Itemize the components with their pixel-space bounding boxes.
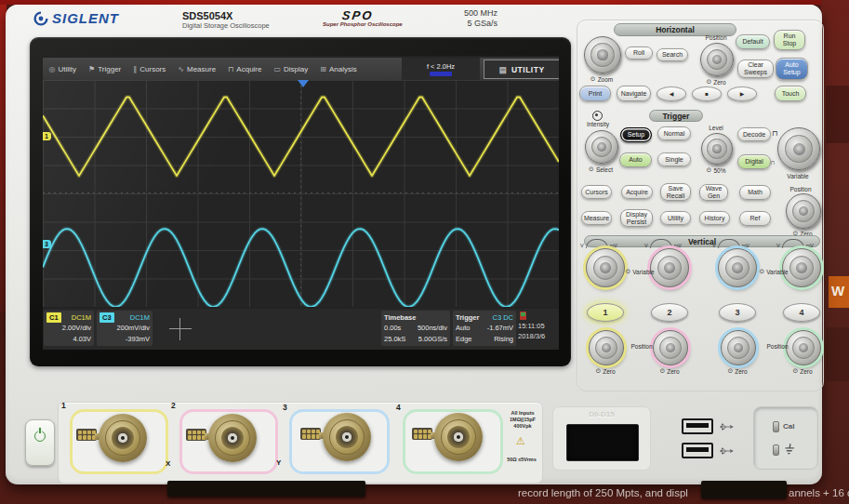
- menu-analysis[interactable]: ⊞Analysis: [314, 58, 364, 80]
- channel-1-button[interactable]: 1: [587, 303, 624, 322]
- ch1-status-box[interactable]: C1DC1M 2.00V/div 4.03V: [44, 311, 94, 346]
- search-button[interactable]: Search: [657, 48, 688, 61]
- trigger-position-marker[interactable]: [298, 80, 309, 87]
- save-recall-button[interactable]: SaveRecall: [660, 183, 691, 201]
- intensity-select-knob[interactable]: [585, 130, 618, 164]
- ground-icon: [784, 443, 797, 456]
- trigger-normal-button[interactable]: Normal: [657, 126, 691, 140]
- timebase-scale: 500ns/div: [418, 323, 447, 333]
- timebase-label: Timebase: [384, 312, 416, 323]
- horizontal-scale-knob[interactable]: [584, 36, 621, 73]
- utility-button[interactable]: Utility: [660, 211, 691, 225]
- trigger-setup-button[interactable]: Setup: [620, 127, 652, 142]
- bnc1-connector: [76, 414, 147, 462]
- clear-sweeps-button[interactable]: ClearSweeps: [737, 60, 774, 78]
- vertical-position-label-right: Position: [757, 343, 798, 350]
- functions-position-label: Position: [781, 186, 820, 192]
- menu-display[interactable]: ▭Display: [268, 58, 314, 80]
- trigger-label: Trigger: [456, 312, 479, 323]
- decode-button[interactable]: Decode: [737, 127, 771, 141]
- utility-screen-button[interactable]: ▤ UTILITY: [484, 60, 559, 79]
- acquire-button[interactable]: Acquire: [621, 185, 653, 199]
- vertical-position-label-left: Position: [621, 343, 662, 350]
- digital-button[interactable]: Digital: [737, 154, 771, 169]
- menu-measure[interactable]: ∿Measure: [172, 58, 222, 80]
- digital-input-plate: D0-D15: [552, 406, 651, 471]
- channel-3-button[interactable]: 3: [719, 303, 756, 322]
- channel-4-button[interactable]: 4: [783, 303, 820, 322]
- ch1-scale: 2.00V/div: [62, 323, 91, 333]
- print-button[interactable]: Print: [579, 86, 611, 101]
- cal-pin: [773, 421, 779, 432]
- functions-position-knob[interactable]: [786, 193, 821, 229]
- horizontal-zero-label: ⊙Zero: [694, 78, 738, 86]
- navigate-back-button[interactable]: ◀: [657, 86, 686, 101]
- trigger-auto-button[interactable]: Auto: [619, 153, 652, 167]
- measure-button[interactable]: Measure: [581, 211, 612, 225]
- push-icon: ⊙: [659, 367, 665, 375]
- wave-gen-button[interactable]: WaveGen: [699, 184, 728, 201]
- power-icon: [34, 431, 46, 442]
- trigger-level: -1.67mV: [487, 323, 513, 333]
- menu-trigger[interactable]: ⚑Trigger: [83, 58, 127, 80]
- probe-sense-contacts: [412, 428, 432, 440]
- analysis-icon: ⊞: [320, 65, 326, 73]
- cursors-icon: ∥: [133, 65, 137, 73]
- trigger-single-button[interactable]: Single: [657, 153, 691, 166]
- usb-icon: [720, 421, 735, 432]
- default-button[interactable]: Default: [736, 34, 770, 49]
- run-stop-button[interactable]: RunStop: [774, 30, 805, 50]
- oscilloscope-product-view: W SIGLENT SDS5054X Digital Storage Oscil…: [0, 0, 849, 504]
- horizontal-zoom-label: ⊙Zoom: [577, 75, 626, 83]
- waveform-intensity-knob[interactable]: [777, 127, 820, 170]
- power-button[interactable]: [25, 419, 55, 466]
- navigate-stop-button[interactable]: ■: [692, 86, 722, 101]
- specs-block: 500 MHz 5 GSa/s: [423, 8, 497, 29]
- digital-input-connector: [566, 424, 639, 461]
- touch-button[interactable]: Touch: [775, 86, 806, 101]
- ch3-badge: C3: [99, 312, 114, 323]
- trigger-level-label: Level: [700, 125, 732, 131]
- crosshair-icon: [169, 318, 192, 340]
- trigger-source: C3 DC: [492, 312, 513, 323]
- display-persist-button[interactable]: DisplayPersist: [620, 209, 653, 227]
- navigate-forward-button[interactable]: ▶: [727, 86, 757, 101]
- timebase-rate: 5.00GS/s: [418, 334, 447, 344]
- ch1-level-marker[interactable]: 1: [43, 132, 51, 140]
- trigger-mode: Auto: [456, 323, 470, 333]
- menu-utility[interactable]: ◎Utility: [43, 58, 83, 80]
- bnc1-number: 1: [61, 401, 66, 410]
- menu-acquire[interactable]: ⊓Acquire: [222, 58, 268, 80]
- usb-port-1: [682, 418, 713, 434]
- variable-label-left: ⊙Variable: [619, 268, 660, 275]
- trigger-section-header: Trigger: [649, 110, 703, 122]
- ch1-position-knob[interactable]: [589, 330, 624, 365]
- ch3-scale-knob[interactable]: [718, 248, 757, 287]
- history-button[interactable]: History: [699, 211, 730, 225]
- digital-input-label: D0-D15: [553, 410, 650, 418]
- acquire-icon: ⊓: [228, 65, 233, 73]
- navigate-button[interactable]: Navigate: [617, 86, 651, 101]
- roll-button[interactable]: Roll: [625, 46, 653, 60]
- menu-cursors[interactable]: ∥Cursors: [127, 58, 172, 80]
- ch3-status-box[interactable]: C3DC1M 200mV/div -393mV: [97, 311, 153, 346]
- timebase-box[interactable]: Timebase 0.00s500ns/div 25.0kS5.00GS/s: [381, 311, 450, 346]
- ch3-scale: 200mV/div: [117, 323, 150, 333]
- trigger-status-box[interactable]: TriggerC3 DC Auto-1.67mV EdgeRising: [453, 311, 516, 346]
- cursors-button[interactable]: Cursors: [581, 185, 612, 199]
- ref-button[interactable]: Ref: [739, 211, 771, 226]
- screen: ◎Utility ⚑Trigger ∥Cursors ∿Measure ⊓Acq…: [43, 56, 559, 350]
- ch3-level-marker[interactable]: 3: [43, 240, 51, 248]
- ch3-position-knob[interactable]: [721, 330, 756, 365]
- probe-sense-contacts: [186, 429, 206, 441]
- horizontal-position-knob[interactable]: [700, 43, 734, 76]
- backdrop-orange-block: W: [829, 276, 849, 308]
- push-icon: ⊙: [590, 75, 596, 83]
- bnc2-number: 2: [171, 401, 176, 410]
- channel-2-button[interactable]: 2: [651, 303, 688, 322]
- trigger-level-knob[interactable]: [701, 133, 733, 165]
- math-button[interactable]: Math: [739, 185, 771, 200]
- bnc1-axis-label: X: [166, 459, 170, 468]
- waveform-display: [43, 80, 559, 307]
- auto-setup-button[interactable]: AutoSetup: [776, 58, 808, 80]
